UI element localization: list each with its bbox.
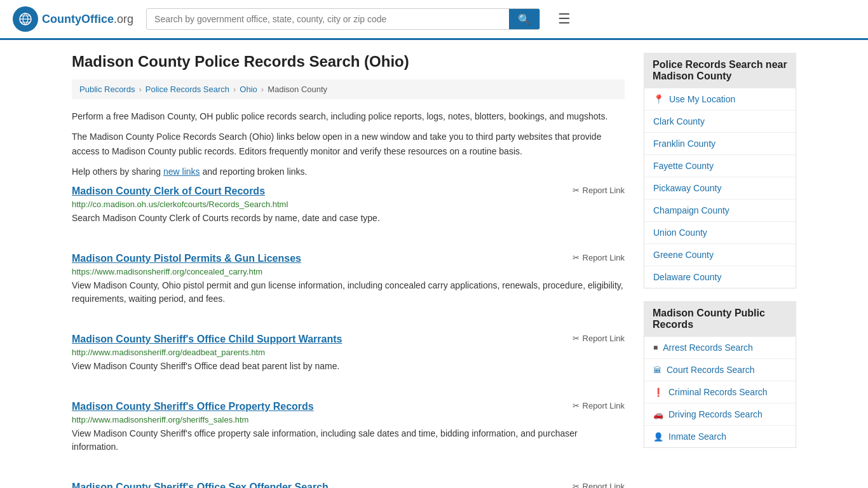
page-title: Madison County Police Records Search (Oh… — [72, 53, 625, 71]
scissors-icon-5: ✂ — [573, 482, 580, 488]
result-header-2: Madison County Pistol Permits & Gun Lice… — [72, 253, 625, 264]
result-url-1: http://co.madison.oh.us/clerkofcourts/Re… — [72, 200, 625, 209]
court-icon: 🏛 — [653, 365, 661, 375]
search-area: 🔍 — [146, 8, 540, 30]
inmate-icon: 👤 — [653, 432, 663, 442]
result-item-3: Madison County Sheriff's Office Child Su… — [72, 334, 625, 386]
sidebar-link-use-my-location[interactable]: 📍 Use My Location — [644, 88, 796, 110]
sidebar-link-pickaway-county[interactable]: Pickaway County — [644, 177, 796, 199]
driving-icon: 🚗 — [653, 410, 663, 419]
result-item-1: Madison County Clerk of Court Records ✂ … — [72, 186, 625, 238]
report-link-1[interactable]: ✂ Report Link — [573, 186, 625, 195]
sidebar-public-records-heading: Madison County Public Records — [644, 301, 796, 337]
sidebar-item-champaign-county: Champaign County — [644, 200, 796, 222]
search-icon: 🔍 — [518, 14, 531, 25]
result-title-2[interactable]: Madison County Pistol Permits & Gun Lice… — [72, 253, 301, 264]
report-link-4[interactable]: ✂ Report Link — [573, 401, 625, 410]
sidebar-link-union-county[interactable]: Union County — [644, 222, 796, 243]
result-desc-2: View Madison County, Ohio pistol permit … — [72, 279, 625, 306]
sidebar-item-clark-county: Clark County — [644, 111, 796, 133]
result-desc-4: View Madison County Sheriff's office pro… — [72, 427, 625, 454]
result-item-4: Madison County Sheriff's Office Property… — [72, 401, 625, 466]
search-input[interactable] — [147, 9, 509, 29]
sidebar-item-fayette-county: Fayette County — [644, 155, 796, 177]
result-title-1[interactable]: Madison County Clerk of Court Records — [72, 186, 265, 197]
sidebar-link-arrest-records[interactable]: ■ Arrest Records Search — [644, 337, 796, 358]
result-item-5: Madison County Sheriff's Office Sex Offe… — [72, 482, 625, 488]
result-url-3: http://www.madisonsheriff.org/deadbeat_p… — [72, 348, 625, 357]
result-item-2: Madison County Pistol Permits & Gun Lice… — [72, 253, 625, 318]
sidebar-link-clark-county[interactable]: Clark County — [644, 111, 796, 132]
sidebar-item-court-records: 🏛 Court Records Search — [644, 359, 796, 381]
sidebar-link-court-records[interactable]: 🏛 Court Records Search — [644, 359, 796, 381]
scissors-icon-1: ✂ — [573, 186, 580, 195]
new-links-link[interactable]: new links — [163, 166, 200, 177]
result-desc-1: Search Madison County Clerk of Courts re… — [72, 212, 625, 225]
result-title-4[interactable]: Madison County Sheriff's Office Property… — [72, 401, 314, 412]
result-desc-3: View Madison County Sheriff's Office dea… — [72, 360, 625, 373]
result-url-2: https://www.madisonsheriff.org/concealed… — [72, 267, 625, 276]
sidebar-link-inmate-search[interactable]: 👤 Inmate Search — [644, 426, 796, 447]
sidebar-nearby-section: Police Records Search near Madison Count… — [644, 53, 796, 288]
site-logo[interactable]: CountyOffice.org — [13, 6, 133, 32]
location-icon: 📍 — [653, 94, 664, 104]
sidebar-item-union-county: Union County — [644, 222, 796, 244]
result-url-4: http://www.madisonsheriff.org/sheriffs_s… — [72, 415, 625, 424]
logo-text: CountyOffice.org — [42, 13, 133, 26]
menu-icon: ☰ — [558, 11, 571, 27]
sidebar-item-greene-county: Greene County — [644, 244, 796, 266]
result-header-1: Madison County Clerk of Court Records ✂ … — [72, 186, 625, 197]
sidebar-public-records-section: Madison County Public Records ■ Arrest R… — [644, 301, 796, 448]
sidebar-public-records-list: ■ Arrest Records Search 🏛 Court Records … — [644, 337, 796, 448]
breadcrumb-current: Madison County — [268, 85, 327, 94]
description-2: The Madison County Police Records Search… — [72, 130, 625, 158]
scissors-icon-2: ✂ — [573, 253, 580, 262]
logo-icon — [13, 6, 38, 32]
sidebar-item-delaware-county: Delaware County — [644, 266, 796, 288]
scissors-icon-4: ✂ — [573, 401, 580, 410]
sidebar: Police Records Search near Madison Count… — [644, 53, 796, 488]
sidebar-item-arrest-records: ■ Arrest Records Search — [644, 337, 796, 359]
description-3: Help others by sharing new links and rep… — [72, 165, 625, 179]
breadcrumb: Public Records › Police Records Search ›… — [72, 79, 625, 99]
sidebar-item-driving-records: 🚗 Driving Records Search — [644, 403, 796, 426]
sidebar-nearby-heading: Police Records Search near Madison Count… — [644, 53, 796, 88]
description-1: Perform a free Madison County, OH public… — [72, 109, 625, 123]
arrest-icon: ■ — [653, 343, 658, 352]
site-header: CountyOffice.org 🔍 ☰ — [0, 0, 868, 40]
sidebar-item-pickaway-county: Pickaway County — [644, 177, 796, 200]
sidebar-link-franklin-county[interactable]: Franklin County — [644, 133, 796, 154]
sidebar-link-criminal-records[interactable]: ❗ Criminal Records Search — [644, 381, 796, 403]
sidebar-item-use-my-location: 📍 Use My Location — [644, 88, 796, 111]
result-title-3[interactable]: Madison County Sheriff's Office Child Su… — [72, 334, 342, 345]
sidebar-item-inmate-search: 👤 Inmate Search — [644, 426, 796, 447]
menu-button[interactable]: ☰ — [553, 8, 576, 30]
sidebar-link-driving-records[interactable]: 🚗 Driving Records Search — [644, 403, 796, 425]
main-container: Madison County Police Records Search (Oh… — [53, 40, 815, 488]
sidebar-link-fayette-county[interactable]: Fayette County — [644, 155, 796, 177]
scissors-icon-3: ✂ — [573, 334, 580, 343]
report-link-2[interactable]: ✂ Report Link — [573, 253, 625, 262]
result-header-5: Madison County Sheriff's Office Sex Offe… — [72, 482, 625, 488]
breadcrumb-sep-1: › — [139, 85, 141, 94]
result-title-5[interactable]: Madison County Sheriff's Office Sex Offe… — [72, 482, 329, 488]
result-header-3: Madison County Sheriff's Office Child Su… — [72, 334, 625, 345]
sidebar-link-greene-county[interactable]: Greene County — [644, 244, 796, 266]
sidebar-link-champaign-county[interactable]: Champaign County — [644, 200, 796, 221]
breadcrumb-public-records[interactable]: Public Records — [79, 85, 135, 94]
breadcrumb-sep-2: › — [233, 85, 236, 94]
result-header-4: Madison County Sheriff's Office Property… — [72, 401, 625, 412]
sidebar-item-franklin-county: Franklin County — [644, 133, 796, 155]
report-link-5[interactable]: ✂ Report Link — [573, 482, 625, 488]
breadcrumb-ohio[interactable]: Ohio — [240, 85, 257, 94]
search-button[interactable]: 🔍 — [509, 9, 539, 29]
breadcrumb-police-records[interactable]: Police Records Search — [146, 85, 229, 94]
main-content: Madison County Police Records Search (Oh… — [72, 53, 625, 488]
criminal-icon: ❗ — [653, 388, 663, 397]
breadcrumb-sep-3: › — [261, 85, 264, 94]
sidebar-item-criminal-records: ❗ Criminal Records Search — [644, 381, 796, 403]
sidebar-link-delaware-county[interactable]: Delaware County — [644, 266, 796, 288]
sidebar-nearby-list: 📍 Use My Location Clark County Franklin … — [644, 88, 796, 288]
report-link-3[interactable]: ✂ Report Link — [573, 334, 625, 343]
